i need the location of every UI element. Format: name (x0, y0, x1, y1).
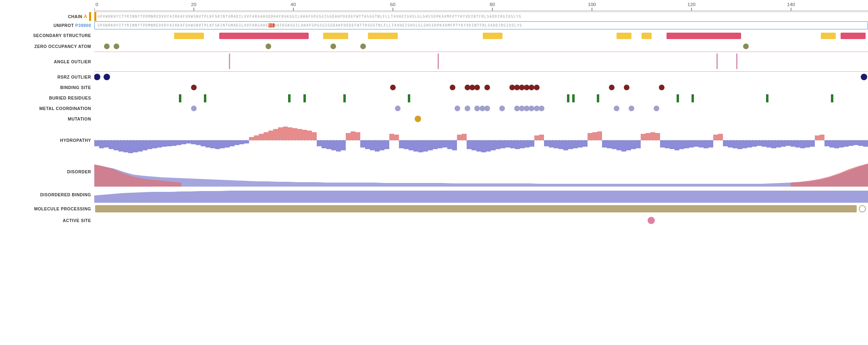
svg-point-52 (534, 85, 540, 90)
binding-site-label: BINDING SITE (0, 82, 94, 93)
svg-rect-130 (297, 129, 302, 140)
svg-rect-111 (206, 140, 210, 148)
svg-text:140: 140 (787, 2, 795, 8)
svg-point-27 (104, 44, 110, 49)
svg-rect-59 (303, 94, 306, 102)
svg-point-37 (94, 74, 100, 80)
svg-rect-235 (805, 140, 810, 148)
svg-rect-63 (572, 94, 575, 102)
svg-text:80: 80 (490, 2, 495, 8)
buried-text: BURIED RESIDUES (49, 96, 91, 100)
svg-point-32 (743, 44, 749, 49)
svg-rect-211 (689, 140, 694, 148)
svg-rect-35 (716, 54, 718, 69)
svg-rect-58 (288, 94, 291, 102)
svg-point-74 (480, 106, 485, 111)
svg-rect-239 (824, 140, 829, 146)
disorder-text: DISORDER (67, 169, 91, 174)
uniprot-seq-text: SPVWRKHYITYRINNYTPDMNREDVDYAIRKAFQVWSNVT… (94, 23, 522, 27)
svg-point-82 (539, 106, 544, 111)
svg-rect-199 (631, 140, 636, 149)
rsrz-svg (94, 72, 868, 82)
svg-point-78 (519, 106, 525, 111)
svg-rect-236 (810, 140, 815, 147)
uniprot-id-link[interactable]: P39900 (75, 23, 91, 28)
svg-rect-215 (708, 140, 713, 148)
svg-rect-210 (684, 140, 689, 148)
svg-rect-177 (525, 140, 530, 148)
svg-rect-118 (239, 140, 244, 144)
svg-text:60: 60 (390, 2, 396, 8)
disordered-binding-row (94, 187, 868, 203)
svg-rect-243 (844, 140, 849, 147)
labels-column: CHAIN A UNIPROT P39900 SECONDARY STRUCTU… (0, 0, 94, 345)
svg-rect-135 (322, 140, 326, 148)
svg-rect-112 (210, 140, 215, 148)
disorder-label: DISORDER (0, 156, 94, 187)
uniprot-label: UNIPROT P39900 (0, 21, 94, 30)
svg-rect-65 (677, 94, 679, 102)
rsrz-label: RSRZ OUTLIER (0, 72, 94, 82)
svg-rect-23 (642, 33, 652, 39)
rsrz-text: RSRZ OUTLIER (57, 75, 91, 79)
svg-rect-182 (549, 140, 554, 148)
svg-rect-192 (597, 131, 602, 140)
svg-rect-219 (728, 140, 733, 148)
svg-rect-36 (736, 54, 737, 69)
svg-rect-18 (219, 33, 309, 39)
svg-point-30 (330, 44, 336, 49)
hydropathy-text: HYDROPATHY (60, 138, 91, 143)
ruler-label (0, 0, 94, 12)
svg-rect-187 (573, 140, 578, 148)
ruler-svg: 0 20 40 60 80 100 120 140 (94, 0, 868, 12)
svg-rect-128 (288, 127, 293, 140)
binding-svg (94, 82, 868, 93)
metal-coordination-row (94, 103, 868, 114)
svg-rect-113 (215, 140, 220, 149)
svg-rect-88 (94, 140, 99, 146)
svg-point-72 (465, 106, 470, 111)
svg-rect-17 (174, 33, 204, 39)
svg-rect-154 (413, 140, 418, 152)
svg-rect-149 (389, 134, 394, 140)
svg-rect-232 (791, 140, 795, 147)
svg-text:20: 20 (191, 2, 197, 8)
svg-point-86 (415, 116, 421, 122)
svg-rect-139 (341, 140, 346, 150)
svg-text:0: 0 (96, 2, 98, 8)
zero-occ-text: ZERO OCCUPANCY ATOM (34, 44, 91, 49)
svg-point-79 (524, 106, 530, 111)
sequence-row: GPVWRKHYITYRINNYTPDMNREDVDYAIRKAFQVWSNVT… (94, 12, 868, 21)
svg-rect-164 (462, 134, 467, 140)
svg-point-70 (395, 106, 401, 111)
svg-rect-188 (578, 140, 583, 148)
svg-text:100: 100 (588, 2, 596, 8)
svg-rect-253 (95, 205, 857, 212)
svg-rect-202 (646, 133, 650, 140)
svg-rect-143 (360, 140, 365, 148)
svg-rect-62 (567, 94, 569, 102)
svg-rect-207 (670, 140, 675, 149)
ss-svg (94, 30, 868, 41)
svg-point-84 (629, 106, 634, 111)
svg-rect-197 (621, 140, 626, 152)
svg-rect-233 (795, 140, 800, 148)
svg-rect-131 (302, 130, 307, 140)
svg-rect-234 (800, 140, 805, 148)
binding-text: BINDING SITE (60, 85, 91, 90)
svg-rect-21 (483, 33, 503, 39)
svg-rect-218 (723, 140, 728, 146)
svg-rect-97 (138, 140, 143, 152)
ruler-row: 0 20 40 60 80 100 120 140 (94, 0, 868, 12)
molecule-processing-row (94, 203, 868, 215)
svg-rect-129 (293, 128, 297, 140)
svg-rect-156 (423, 140, 428, 152)
svg-rect-103 (167, 140, 172, 146)
svg-rect-145 (370, 140, 375, 150)
svg-rect-99 (147, 140, 152, 149)
metal-text: METAL COORDINATION (39, 106, 91, 111)
svg-rect-213 (699, 140, 704, 148)
svg-rect-64 (597, 94, 599, 102)
svg-rect-170 (491, 140, 496, 150)
svg-rect-203 (650, 132, 655, 140)
